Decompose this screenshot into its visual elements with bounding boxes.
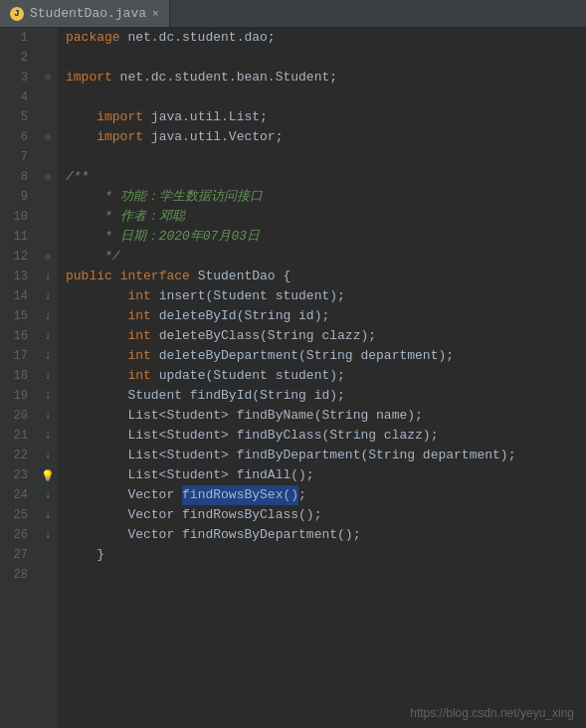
watermark: https://blog.csdn.net/yeyu_xing — [410, 706, 574, 720]
code-line: int deleteByDepartment(String department… — [66, 346, 586, 366]
code-line: Vector findRowsByDepartment(); — [66, 525, 586, 545]
token: insert(Student student); — [151, 286, 345, 306]
token: findRowsBySex() — [182, 485, 298, 505]
gutter-item: ↓ — [38, 446, 58, 465]
fold-icon[interactable]: ⊖ — [45, 171, 51, 183]
token: int — [127, 306, 150, 326]
code-line: int deleteByClass(String clazz); — [66, 326, 586, 346]
implement-icon[interactable]: ↓ — [44, 429, 51, 443]
token — [66, 127, 97, 147]
code-line: int update(Student student); — [66, 366, 586, 386]
line-number: 14 — [0, 286, 32, 306]
gutter-item: ↓ — [38, 306, 58, 326]
token: List<Student> findAll(); — [66, 465, 314, 485]
code-line: import java.util.Vector; — [66, 127, 586, 147]
tab-bar: J StudentDao.java × — [0, 0, 586, 28]
implement-icon[interactable]: ↓ — [44, 369, 51, 383]
gutter-item: ⊖ — [38, 127, 58, 147]
gutter-item: ⊖ — [38, 167, 58, 187]
gutter-item — [38, 207, 58, 227]
implement-icon[interactable]: ↓ — [44, 329, 51, 343]
code-line: int deleteById(String id); — [66, 306, 586, 326]
token: * 作者：邓聪 — [66, 207, 185, 227]
fold-icon[interactable]: ⊖ — [45, 251, 51, 263]
token: */ — [66, 247, 120, 267]
code-line: List<Student> findByDepartment(String de… — [66, 446, 586, 465]
token: deleteByClass(String clazz); — [151, 326, 376, 346]
token: /** — [66, 167, 89, 187]
code-line: int insert(Student student); — [66, 286, 586, 306]
gutter-item: ↓ — [38, 426, 58, 446]
code-line — [66, 88, 586, 107]
gutter-item — [38, 107, 58, 127]
implement-icon[interactable]: ↓ — [44, 508, 51, 522]
token: * 功能：学生数据访问接口 — [66, 187, 263, 207]
gutter-item — [38, 88, 58, 107]
code-line: /** — [66, 167, 586, 187]
token: update(Student student); — [151, 366, 345, 386]
gutter-item — [38, 147, 58, 167]
tab-student-dao[interactable]: J StudentDao.java × — [0, 0, 170, 27]
gutter-item — [38, 545, 58, 565]
line-number: 21 — [0, 426, 32, 446]
gutter-item: ↓ — [38, 326, 58, 346]
token: java.util.List; — [143, 107, 268, 127]
gutter-item: ↓ — [38, 386, 58, 406]
line-number: 7 — [0, 147, 32, 167]
line-number: 5 — [0, 107, 32, 127]
token: int — [127, 366, 150, 386]
token: List<Student> findByClass(String clazz); — [66, 426, 438, 446]
gutter-item: ↓ — [38, 286, 58, 306]
line-number: 4 — [0, 88, 32, 107]
token: public — [66, 267, 112, 286]
tab-close[interactable]: × — [152, 8, 159, 20]
line-numbers: 1234567891011121314151617181920212223242… — [0, 28, 38, 728]
implement-icon[interactable]: ↓ — [44, 389, 51, 403]
code-line: Vector findRowsBySex(); — [66, 485, 586, 505]
code-line — [66, 48, 586, 68]
implement-icon[interactable]: ↓ — [44, 270, 51, 283]
line-number: 1 — [0, 28, 32, 48]
implement-icon[interactable]: ↓ — [44, 309, 51, 323]
token — [66, 286, 127, 306]
gutter-item: ↓ — [38, 406, 58, 426]
implement-icon[interactable]: ↓ — [44, 409, 51, 423]
implement-icon[interactable]: 💡 — [41, 469, 55, 482]
gutter-item: ↓ — [38, 346, 58, 366]
tab-filename: StudentDao.java — [30, 6, 146, 21]
token — [112, 267, 120, 286]
fold-icon[interactable]: ⊖ — [45, 72, 51, 84]
token: net.dc.student.dao; — [120, 28, 276, 48]
gutter: ⊖⊖⊖⊖↓↓↓↓↓↓↓↓↓↓💡↓↓↓ — [38, 28, 58, 728]
code-line: package net.dc.student.dao; — [66, 28, 586, 48]
gutter-item — [38, 187, 58, 207]
line-number: 15 — [0, 306, 32, 326]
token: * 日期：2020年07月03日 — [66, 227, 260, 247]
token: Vector — [66, 485, 182, 505]
token: import — [97, 127, 143, 147]
token: deleteById(String id); — [151, 306, 329, 326]
token: int — [127, 326, 150, 346]
code-line — [66, 147, 586, 167]
line-number: 25 — [0, 505, 32, 525]
code-content[interactable]: package net.dc.student.dao;import net.dc… — [58, 28, 586, 728]
tab-icon: J — [10, 7, 24, 21]
implement-icon[interactable]: ↓ — [44, 349, 51, 363]
line-number: 27 — [0, 545, 32, 565]
implement-icon[interactable]: ↓ — [44, 488, 51, 502]
line-number: 16 — [0, 326, 32, 346]
fold-icon[interactable]: ⊖ — [45, 131, 51, 143]
token: interface — [120, 267, 190, 286]
implement-icon[interactable]: ↓ — [44, 449, 51, 462]
token: ; — [298, 485, 306, 505]
line-number: 3 — [0, 68, 32, 88]
implement-icon[interactable]: ↓ — [44, 528, 51, 542]
gutter-item — [38, 565, 58, 585]
token — [66, 326, 127, 346]
token — [66, 107, 97, 127]
token — [66, 346, 127, 366]
implement-icon[interactable]: ↓ — [44, 289, 51, 303]
gutter-item: ↓ — [38, 366, 58, 386]
gutter-item: ↓ — [38, 525, 58, 545]
code-line — [66, 565, 586, 585]
